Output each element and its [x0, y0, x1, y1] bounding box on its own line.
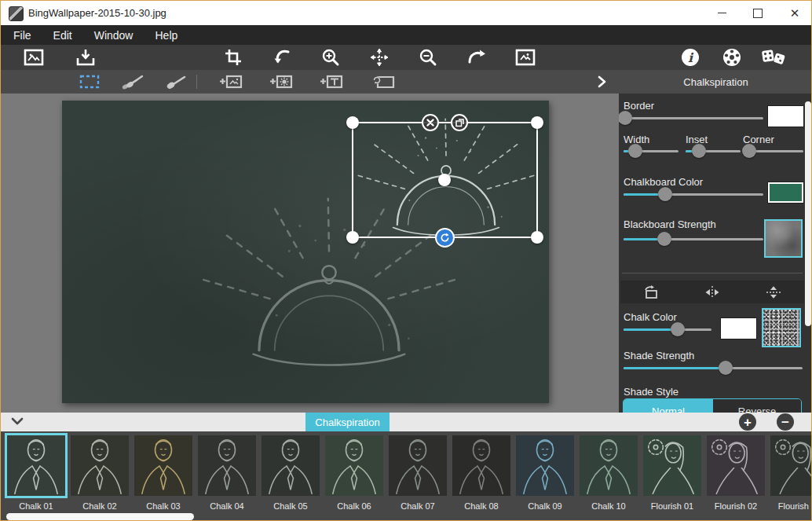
thumbnail-label: Flourish 02 [715, 501, 757, 511]
thumbnail-sketch [71, 435, 129, 496]
thumbnail-scrollbar[interactable] [6, 513, 194, 520]
main-toolbar: i [1, 45, 811, 70]
panel-collapse-button[interactable] [588, 72, 615, 92]
zoom-in-button[interactable] [316, 46, 345, 68]
move-icon [370, 48, 389, 67]
chalkboard-color-swatch[interactable] [768, 182, 803, 203]
crop-button[interactable] [219, 46, 247, 68]
selection-rotate-button[interactable] [435, 228, 455, 248]
flip-horizontal-icon [704, 284, 721, 300]
thumbnails-zoom-out-button[interactable]: − [777, 413, 794, 431]
chalk-color-swatch[interactable] [721, 318, 756, 339]
blackboard-strength-slider[interactable] [624, 232, 763, 247]
corner-slider[interactable] [743, 144, 803, 159]
selection-delete-button[interactable] [422, 114, 439, 131]
thumbnail-chalk-01[interactable]: Chalk 01 [7, 435, 65, 496]
selection-handle-bottom-right[interactable] [531, 231, 543, 244]
border-slider[interactable] [624, 111, 763, 126]
selection-duplicate-button[interactable] [451, 114, 468, 131]
thumbnail-flourish-03[interactable]: Flourish 03 [770, 435, 811, 496]
info-icon: i [680, 47, 700, 68]
menu-help[interactable]: Help [144, 25, 188, 45]
add-image-button[interactable] [218, 72, 244, 92]
canvas-area[interactable] [1, 94, 619, 413]
crop-icon [224, 48, 243, 67]
width-slider[interactable] [624, 144, 678, 159]
thumbnail-chalk-04[interactable]: Chalk 04 [198, 435, 256, 496]
selection-box[interactable] [352, 122, 538, 238]
export-button[interactable] [71, 46, 100, 68]
paint-in-tool-icon [121, 74, 144, 90]
width-slider-knob[interactable] [628, 144, 642, 158]
thumbnail-chalk-07[interactable]: Chalk 07 [389, 435, 447, 496]
randomize-button[interactable] [759, 46, 788, 68]
rotate-item-button[interactable] [620, 281, 682, 303]
collapse-strip-button[interactable] [10, 416, 24, 430]
app-icon [9, 6, 24, 21]
selection-center-handle[interactable] [438, 174, 451, 186]
chalkboard-color-slider-knob[interactable] [658, 187, 672, 201]
selection-handle-top-left[interactable] [346, 116, 359, 129]
maximize-button[interactable] [741, 1, 775, 25]
move-button[interactable] [365, 46, 393, 68]
chalk-texture-swatch[interactable] [762, 308, 801, 347]
minimize-icon [718, 13, 726, 13]
undo-button[interactable] [268, 46, 296, 68]
thumbnail-chalk-09[interactable]: Chalk 09 [516, 435, 574, 496]
panel-scrollbar[interactable] [805, 101, 811, 326]
category-tab-chalkspiration[interactable]: Chalkspiration [305, 413, 390, 431]
transform-tool-button[interactable] [370, 72, 397, 92]
chalkboard-color-slider[interactable] [624, 187, 763, 202]
tools-row: Chalkspiration [1, 70, 811, 94]
shade-style-normal-button[interactable]: Normal [624, 399, 713, 413]
thumbnail-chalk-05[interactable]: Chalk 05 [262, 435, 320, 496]
info-button[interactable]: i [676, 46, 704, 68]
chalk-color-slider[interactable] [624, 322, 711, 337]
flip-horizontal-button[interactable] [682, 281, 743, 303]
corner-slider-knob[interactable] [742, 144, 756, 158]
selection-handle-bottom-left[interactable] [346, 231, 359, 244]
thumbnail-label: Chalk 08 [464, 501, 498, 511]
undo-icon [272, 48, 292, 67]
flip-vertical-button[interactable] [743, 281, 804, 303]
menu-edit[interactable]: Edit [42, 25, 83, 45]
thumbnail-sketch [7, 435, 65, 496]
shade-style-reverse-button[interactable]: Reverse [713, 399, 801, 413]
shade-strength-slider[interactable] [624, 361, 803, 376]
paint-out-tool-button[interactable] [162, 72, 188, 92]
thumbnails-zoom-in-button[interactable]: + [739, 413, 756, 431]
thumbnail-chalk-02[interactable]: Chalk 02 [71, 435, 129, 496]
menu-file[interactable]: File [1, 25, 42, 45]
close-button[interactable]: ✕ [777, 1, 812, 25]
chalk-color-slider-knob[interactable] [671, 322, 685, 336]
minimize-button[interactable] [704, 1, 739, 25]
thumbnail-chalk-03[interactable]: Chalk 03 [134, 435, 192, 496]
thumbnail-sketch [707, 435, 765, 496]
open-image-button[interactable] [20, 46, 48, 68]
thumbnail-flourish-01[interactable]: Flourish 01 [643, 435, 701, 496]
thumbnail-flourish-02[interactable]: Flourish 02 [707, 435, 765, 496]
select-tool-button[interactable] [76, 72, 103, 92]
thumbnail-chalk-06[interactable]: Chalk 06 [325, 435, 383, 496]
randomize-icon [761, 47, 786, 68]
border-color-swatch[interactable] [768, 106, 803, 127]
preview-image-icon [515, 49, 536, 66]
add-effect-button[interactable] [268, 72, 294, 92]
preview-image-button[interactable] [511, 46, 540, 68]
blackboard-strength-slider-knob[interactable] [657, 232, 671, 246]
paint-in-tool-button[interactable] [119, 72, 146, 92]
zoom-out-button[interactable] [414, 46, 442, 68]
settings-button[interactable] [718, 46, 746, 68]
add-text-button[interactable] [318, 72, 345, 92]
thumbnail-chalk-08[interactable]: Chalk 08 [452, 435, 510, 496]
border-slider-knob[interactable] [619, 111, 632, 125]
inset-slider-knob[interactable] [692, 144, 706, 158]
thumbnail-chalk-10[interactable]: Chalk 10 [580, 435, 638, 496]
chalk-color-label: Chalk Color [624, 311, 677, 323]
menu-window[interactable]: Window [83, 25, 144, 45]
blackboard-texture-swatch[interactable] [764, 219, 803, 258]
shade-strength-slider-knob[interactable] [719, 361, 733, 375]
selection-handle-top-right[interactable] [531, 116, 543, 129]
inset-slider[interactable] [686, 144, 741, 159]
redo-button[interactable] [463, 46, 491, 68]
